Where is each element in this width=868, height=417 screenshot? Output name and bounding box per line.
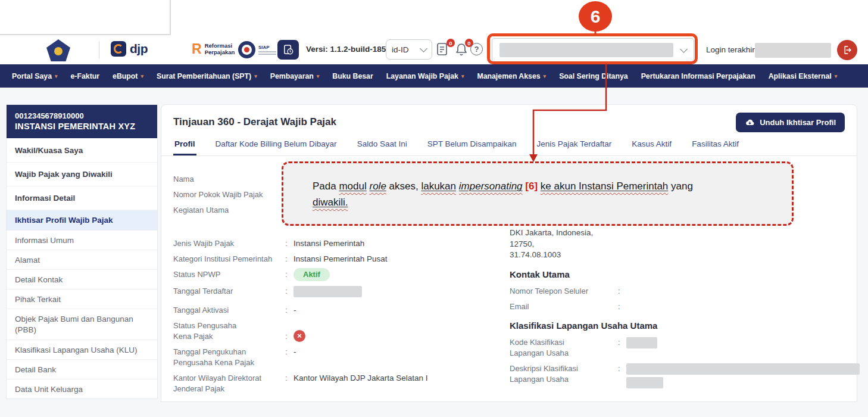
- download-profile-button[interactable]: Unduh Ikhtisar Profil: [736, 113, 845, 132]
- nav-e-faktur[interactable]: e-Faktur: [71, 72, 100, 80]
- caret-down-icon: ▾: [461, 73, 464, 79]
- field-label: Tanggal Pengukuhan Pengusaha Kena Pajak: [173, 347, 263, 368]
- field-value: Kantor Wilayah DJP Jakarta Selatan I: [294, 373, 499, 384]
- nav-pembayaran[interactable]: Pembayaran▾: [270, 72, 320, 80]
- field-status-pkp: Status Pengusaha Kena Pajak: ×: [173, 320, 499, 342]
- field-label: Kantor Wilayah Direktorat Jenderal Pajak: [173, 373, 263, 394]
- nav-portal-saya[interactable]: Portal Saya▾: [12, 72, 58, 80]
- sidebar-item-objek-pbb[interactable]: Objek Pajak Bumi dan Bangunan (PBB): [7, 309, 157, 340]
- siap-subtext-line: [258, 54, 276, 55]
- tab-daftar-kode-billing[interactable]: Daftar Kode Billing Belum Dibayar: [214, 139, 338, 155]
- language-select[interactable]: id-ID: [386, 39, 432, 60]
- nav-manajemen-akses[interactable]: Manajemen Akses▾: [477, 72, 546, 80]
- sidebar-item-informasi-umum[interactable]: Informasi Umum: [7, 230, 157, 250]
- sidebar-item-label: Data Unit Keluarga: [15, 385, 83, 394]
- sidebar-item-informasi-detail[interactable]: Informasi Detail: [7, 186, 157, 210]
- sidebar-item-detail-kontak[interactable]: Detail Kontak: [7, 269, 157, 289]
- clipboard-clock-icon: [283, 44, 294, 55]
- sidebar-item-detail-bank[interactable]: Detail Bank: [7, 359, 157, 379]
- nav-label: eBupot: [113, 72, 138, 80]
- nav-pertukaran-informasi[interactable]: Pertukaran Informasi Perpajakan: [641, 72, 755, 80]
- field-kantor-wilayah: Kantor Wilayah Direktorat Jenderal Pajak…: [173, 373, 499, 394]
- annotation-step-badge: 6: [579, 1, 612, 32]
- address-line: DKI Jakarta, Indonesia,: [510, 228, 852, 239]
- field-tanggal-aktivasi: Tanggal Aktivasi: -: [173, 305, 499, 316]
- cropped-note-box: [0, 0, 171, 35]
- notifications-button[interactable]: 0: [455, 42, 469, 58]
- reformasi-line1: Reformasi: [205, 42, 235, 49]
- logout-icon: [842, 45, 853, 55]
- taxpayer-name: INSTANSI PEMERINTAH XYZ: [15, 121, 149, 132]
- field-label: Kategori Institusi Pemerintah: [173, 254, 285, 264]
- sidebar-item-label: Informasi Umum: [15, 236, 74, 245]
- sidebar-item-wajib-pajak-diwakili[interactable]: Wajib Pajak yang Diwakili: [7, 162, 157, 186]
- annotation-note: Pada modul role akses, lakukan impersona…: [282, 161, 794, 226]
- tab-jenis-pajak-terdaftar[interactable]: Jenis Pajak Terdaftar: [536, 139, 613, 155]
- field-label: Tanggal Terdaftar: [173, 286, 285, 297]
- note-part: modul: [339, 181, 366, 192]
- field-deskripsi-klu: Deskripsi Klasifikasi Lapangan Usaha:: [510, 363, 852, 388]
- taxpayer-npwp: 0012345678910000: [15, 111, 149, 121]
- tab-spt-belum-disampaikan[interactable]: SPT Belum Disampaikan: [426, 139, 518, 155]
- tab-saldo-saat-ini[interactable]: Saldo Saat Ini: [356, 139, 408, 155]
- nav-label: e-Faktur: [71, 72, 100, 80]
- siap-text: SIAP: [258, 45, 276, 50]
- release-notes-button[interactable]: [277, 40, 299, 60]
- nav-layanan-wajib-pajak[interactable]: Layanan Wajib Pajak▾: [386, 72, 464, 80]
- caret-down-icon: ▾: [317, 73, 320, 79]
- sidebar-item-label: Ikhtisar Profil Wajib Pajak: [15, 216, 113, 225]
- klu-heading: Klasifikasi Lapangan Usaha Utama: [510, 320, 852, 331]
- nav-spt[interactable]: Surat Pemberitahuan (SPT)▾: [157, 72, 257, 80]
- sidebar-item-klu[interactable]: Klasifikasi Lapangan Usaha (KLU): [7, 340, 157, 359]
- sidebar-item-alamat[interactable]: Alamat: [7, 250, 157, 269]
- caret-down-icon: ▾: [55, 73, 58, 79]
- tab-fasilitas-aktif[interactable]: Fasilitas Aktif: [691, 139, 740, 155]
- nav-soal-sering-ditanya[interactable]: Soal Sering Ditanya: [559, 72, 628, 80]
- reformasi-perpajakan-logo: R Reformasi Perpajakan: [192, 42, 235, 56]
- tab-kasus-aktif[interactable]: Kasus Aktif: [630, 139, 673, 155]
- field-value: Instansi Pemerintah: [294, 238, 499, 249]
- nav-label: Portal Saya: [12, 72, 52, 80]
- cloud-download-icon: [745, 117, 755, 127]
- field-value: -: [294, 347, 499, 357]
- nav-ebupot[interactable]: eBupot▾: [113, 72, 143, 80]
- version-value: 1.1.2-build-1855: [330, 45, 391, 54]
- siap-subtext-line: [258, 51, 276, 52]
- taxpayer-identity: 0012345678910000 INSTANSI PEMERINTAH XYZ: [7, 105, 157, 138]
- sidebar-item-label: Wajib Pajak yang Diwakili: [15, 170, 113, 179]
- redacted-account-value: [499, 43, 673, 57]
- logout-button[interactable]: [837, 40, 857, 60]
- redacted-last-login-value: [755, 43, 831, 58]
- impersonation-account-select[interactable]: [492, 38, 694, 62]
- nav-aplikasi-eksternal[interactable]: Aplikasi Eksternal▾: [769, 72, 837, 80]
- note-step-reference: [6]: [525, 181, 538, 192]
- notes-icon-button[interactable]: 0: [436, 42, 451, 58]
- sidebar-item-label: Informasi Detail: [15, 194, 75, 203]
- siap-logo-text: SIAP: [258, 45, 276, 55]
- redacted-value: [294, 286, 362, 297]
- version-text: Versi: 1.1.2-build-1855: [306, 45, 391, 54]
- field-label: Tanggal Aktivasi: [173, 305, 285, 316]
- field-value: Instansi Pemerintah Pusat: [294, 254, 499, 264]
- main-nav: Portal Saya▾ e-Faktur eBupot▾ Surat Pemb…: [0, 64, 868, 88]
- djp-logo-text: djp: [130, 42, 148, 56]
- sidebar-item-data-unit-keluarga[interactable]: Data Unit Keluarga: [7, 379, 157, 399]
- sidebar-item-wakil-kuasa-saya[interactable]: Wakil/Kuasa Saya: [7, 138, 157, 162]
- download-button-label: Unduh Ikhtisar Profil: [760, 118, 836, 127]
- caret-down-icon: ▾: [544, 73, 547, 79]
- kemenkeu-logo-core: [54, 47, 63, 55]
- reformasi-logo-text: Reformasi Perpajakan: [205, 42, 235, 55]
- nav-buku-besar[interactable]: Buku Besar: [332, 72, 373, 80]
- sidebar-item-ikhtisar-profil[interactable]: Ikhtisar Profil Wajib Pajak: [7, 210, 157, 230]
- kemenkeu-logo: [46, 39, 70, 61]
- caret-down-icon: ▾: [835, 73, 838, 79]
- siap-logo: SIAP: [238, 41, 276, 58]
- field-label: Status Pengusaha Kena Pajak: [173, 320, 254, 342]
- field-kategori-institusi: Kategori Institusi Pemerintah: Instansi …: [173, 254, 499, 264]
- field-label: Kegiatan Utama: [173, 205, 285, 216]
- sidebar-item-pihak-terkait[interactable]: Pihak Terkait: [7, 289, 157, 309]
- tab-profil[interactable]: Profil: [173, 139, 196, 155]
- field-jenis-wajib-pajak: Jenis Wajib Pajak: Instansi Pemerintah: [173, 238, 499, 249]
- help-button[interactable]: ?: [470, 43, 483, 55]
- chevron-down-icon: [420, 45, 427, 52]
